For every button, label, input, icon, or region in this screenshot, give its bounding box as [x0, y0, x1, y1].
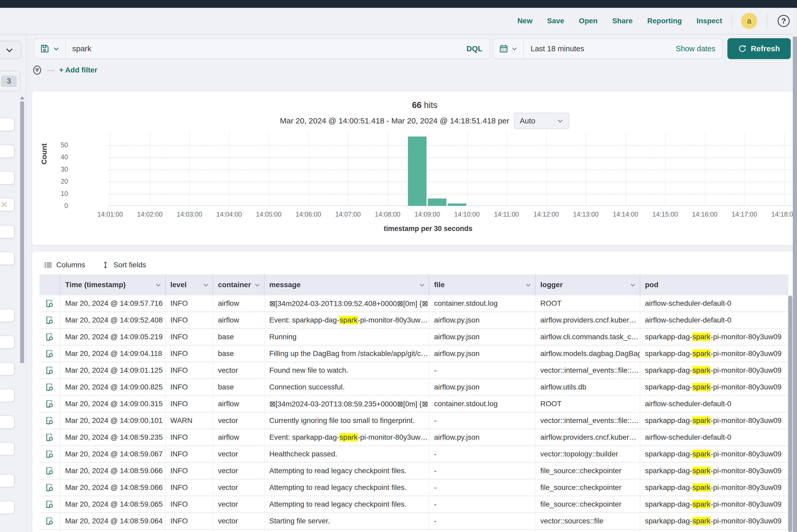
refresh-button[interactable]: Refresh	[727, 38, 791, 59]
query-language-button[interactable]: DQL	[460, 44, 489, 53]
chevron-down-icon[interactable]	[525, 282, 532, 288]
expand-row-button[interactable]	[39, 496, 60, 512]
histogram-plot[interactable]: 14:01:0014:02:0014:03:0014:04:0014:05:00…	[108, 133, 797, 206]
calendar-button[interactable]	[494, 39, 524, 59]
table-row: Mar 20, 2024 @ 14:09:57.716INFOairflow⊠[…	[39, 295, 789, 312]
gridline	[546, 133, 547, 206]
chevron-down-icon[interactable]	[203, 282, 209, 288]
cell-file: airflow.py.json	[429, 379, 535, 395]
table-body: Mar 20, 2024 @ 14:09:57.716INFOairflow⊠[…	[39, 295, 789, 532]
column-header-file[interactable]: file	[429, 274, 535, 295]
sidebar-field-item[interactable]	[0, 225, 15, 239]
y-tick-label: 30	[52, 165, 68, 173]
y-tick-label: 40	[52, 153, 68, 161]
column-header-level[interactable]: level	[165, 274, 213, 295]
sidebar-field-item[interactable]	[0, 252, 15, 265]
sidebar-field-item[interactable]	[0, 389, 15, 402]
cell-logger: vector::topology::builder	[535, 446, 640, 462]
expand-row-button[interactable]	[39, 413, 60, 429]
gridline	[150, 133, 150, 206]
time-range-value[interactable]: Last 18 minutes	[524, 44, 675, 53]
remove-field-icon[interactable]: ✕	[1, 200, 8, 209]
sidebar-field-item[interactable]	[0, 415, 15, 429]
nav-new[interactable]: New	[517, 17, 533, 25]
sidebar-field-item[interactable]	[0, 500, 15, 514]
sidebar-field-item[interactable]	[0, 145, 15, 158]
nav-share[interactable]: Share	[612, 17, 633, 25]
nav-open[interactable]: Open	[579, 17, 598, 25]
expand-document-icon	[45, 349, 54, 358]
sidebar-field-item[interactable]	[0, 171, 15, 185]
expand-row-button[interactable]	[39, 463, 60, 479]
expand-row-button[interactable]	[39, 429, 60, 445]
nav-inspect[interactable]: Inspect	[697, 17, 722, 25]
expand-row-button[interactable]	[39, 396, 60, 412]
table-scrollbar[interactable]	[788, 296, 792, 532]
page-scrollbar[interactable]	[793, 37, 797, 532]
column-header-message[interactable]: message	[264, 274, 429, 295]
sidebar-field-item[interactable]	[0, 442, 15, 456]
cell-pod: airflow-scheduler-default-0	[640, 396, 789, 412]
column-header-time[interactable]: Time (timestamp)	[60, 274, 165, 295]
query-input[interactable]: spark	[66, 44, 460, 53]
cell-message: Event: sparkapp-dag-spark-pi-monitor-80y…	[264, 312, 429, 328]
nav-reporting[interactable]: Reporting	[647, 17, 682, 25]
histogram-bar[interactable]	[408, 136, 426, 206]
help-icon[interactable]: ?	[778, 15, 790, 27]
sidebar-field-item[interactable]	[0, 309, 15, 322]
cell-time: Mar 20, 2024 @ 14:09:00.825	[60, 379, 165, 395]
cell-message: Healthcheck passed.	[264, 446, 429, 462]
cell-level: INFO	[165, 312, 213, 328]
expand-row-button[interactable]	[39, 312, 60, 328]
expand-row-button[interactable]	[39, 513, 60, 529]
sidebar-field-item[interactable]	[0, 362, 15, 376]
avatar[interactable]: a	[741, 13, 757, 29]
y-tick-label: 20	[52, 177, 68, 185]
sidebar-field-item[interactable]	[0, 335, 15, 349]
sidebar-collapse-button[interactable]	[0, 41, 21, 59]
y-tick-label: 10	[52, 190, 68, 197]
cell-time: Mar 20, 2024 @ 14:08:59.067	[60, 446, 165, 462]
cell-file: container.stdout.log	[429, 295, 535, 311]
sidebar-scroll-arrow[interactable]	[20, 96, 24, 99]
cell-container: vector	[213, 413, 264, 429]
y-tick-label: 0	[52, 202, 68, 209]
chevron-down-icon[interactable]	[630, 282, 636, 288]
refresh-icon	[738, 44, 746, 53]
column-header-pod[interactable]: pod	[640, 274, 789, 295]
expand-row-button[interactable]	[39, 295, 60, 311]
show-dates-link[interactable]: Show dates	[675, 44, 722, 53]
column-header-container[interactable]: container	[213, 274, 264, 295]
chevron-down-icon[interactable]	[155, 282, 162, 288]
filter-bar: — + Add filter	[32, 64, 346, 76]
table-row: Mar 20, 2024 @ 14:08:59.065INFOvectorAtt…	[39, 496, 789, 513]
nav-save[interactable]: Save	[547, 17, 564, 25]
x-axis-title: timestamp per 30 seconds	[76, 225, 780, 233]
saved-query-button[interactable]	[35, 39, 66, 59]
expand-row-button[interactable]	[39, 345, 60, 362]
chevron-down-icon[interactable]	[419, 282, 425, 288]
expand-row-button[interactable]	[39, 379, 60, 395]
sort-fields-button[interactable]: Sort fields	[102, 261, 146, 269]
sidebar-field-item[interactable]	[0, 118, 15, 131]
column-header-logger[interactable]: logger	[535, 274, 640, 295]
expand-row-button[interactable]	[39, 329, 60, 345]
chevron-down-icon[interactable]	[254, 282, 260, 288]
expand-row-button[interactable]	[39, 446, 60, 462]
histogram-bar[interactable]	[428, 198, 446, 206]
cell-logger: ROOT	[535, 396, 640, 412]
table-row: Mar 20, 2024 @ 14:08:59.066INFOvectorAtt…	[39, 463, 789, 479]
sidebar-field-item[interactable]: ✕	[0, 198, 15, 211]
histogram-bar[interactable]	[448, 204, 466, 206]
columns-button[interactable]: Columns	[44, 261, 85, 269]
interval-select[interactable]: Auto	[514, 113, 569, 129]
add-filter-button[interactable]: + Add filter	[59, 66, 97, 74]
sidebar-scrollbar[interactable]	[20, 101, 24, 363]
table-row-partial	[39, 530, 789, 532]
calendar-icon	[499, 44, 508, 53]
header-nav: New Save Open Share Reporting Inspect a …	[503, 8, 797, 34]
filter-icon[interactable]	[32, 65, 42, 75]
sidebar-field-item[interactable]	[0, 474, 15, 488]
expand-row-button[interactable]	[39, 479, 60, 496]
expand-row-button[interactable]	[39, 362, 60, 378]
